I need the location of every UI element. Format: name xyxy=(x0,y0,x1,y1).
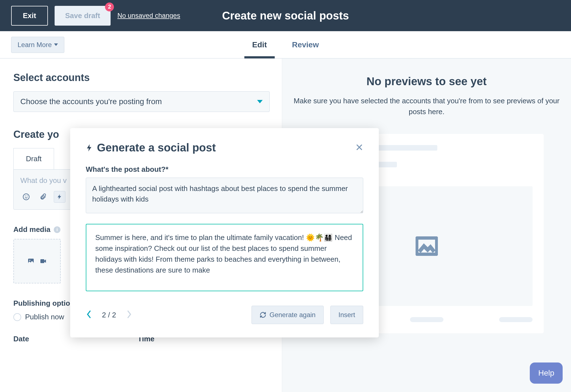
save-draft-badge: 2 xyxy=(105,3,114,11)
save-draft-wrapper: Save draft 2 xyxy=(55,6,111,26)
select-accounts-title: Select accounts xyxy=(13,72,269,84)
svg-point-4 xyxy=(29,260,30,261)
chevron-down-icon xyxy=(54,43,58,46)
svg-point-2 xyxy=(27,196,27,196)
sub-bar: Learn More Edit Review xyxy=(0,31,571,58)
add-media-box[interactable] xyxy=(13,239,61,283)
preview-title: No previews to see yet xyxy=(293,75,560,88)
help-button[interactable]: Help xyxy=(530,362,563,384)
tabs: Edit Review xyxy=(252,31,319,58)
generate-again-label: Generate again xyxy=(270,311,316,319)
modal-prompt-input[interactable] xyxy=(86,178,363,213)
svg-point-1 xyxy=(25,196,25,196)
tab-draft[interactable]: Draft xyxy=(13,148,54,169)
modal-output[interactable]: Summer is here, and it's time to plan th… xyxy=(86,224,363,291)
modal-actions: Generate again Insert xyxy=(252,306,363,324)
paperclip-icon xyxy=(39,193,47,200)
attachment-button[interactable] xyxy=(37,191,49,203)
date-label: Date xyxy=(13,335,29,343)
accounts-select[interactable]: Choose the accounts you're posting from xyxy=(13,91,270,112)
modal-title-wrap: Generate a social post xyxy=(86,141,216,154)
image-icon xyxy=(27,258,35,264)
tab-edit[interactable]: Edit xyxy=(252,31,267,58)
bolt-icon xyxy=(86,144,92,152)
emoji-button[interactable] xyxy=(20,191,32,203)
learn-more-label: Learn More xyxy=(18,41,52,49)
unsaved-changes-link[interactable]: No unsaved changes xyxy=(117,12,180,19)
svg-rect-5 xyxy=(40,259,44,263)
chevron-right-icon xyxy=(126,310,132,319)
modal-header: Generate a social post xyxy=(86,141,363,154)
bolt-icon xyxy=(57,193,63,200)
radio-publish-now[interactable]: Publish now xyxy=(13,313,64,321)
modal-title: Generate a social post xyxy=(97,141,216,154)
save-draft-button[interactable]: Save draft xyxy=(55,6,111,26)
pager-count: 2 / 2 xyxy=(102,311,116,319)
app-header: Exit Save draft 2 No unsaved changes Cre… xyxy=(0,0,571,31)
learn-more-button[interactable]: Learn More xyxy=(11,37,64,53)
header-left: Exit Save draft 2 No unsaved changes xyxy=(11,6,180,26)
modal-footer: 2 / 2 Generate again Insert xyxy=(86,306,363,324)
radio-label: Publish now xyxy=(25,313,64,321)
svg-rect-6 xyxy=(416,238,437,254)
info-icon[interactable]: i xyxy=(54,226,60,233)
accounts-select-placeholder: Choose the accounts you're posting from xyxy=(20,97,162,106)
radio-icon xyxy=(13,313,21,321)
ai-generate-button[interactable] xyxy=(54,191,65,203)
generate-post-modal: Generate a social post What's the post a… xyxy=(70,128,379,337)
pager: 2 / 2 xyxy=(86,310,132,320)
image-icon xyxy=(416,236,438,256)
generate-again-button[interactable]: Generate again xyxy=(252,306,324,324)
chevron-down-icon xyxy=(257,100,263,103)
smile-icon xyxy=(23,193,30,200)
chevron-left-icon xyxy=(86,310,92,319)
insert-button[interactable]: Insert xyxy=(330,306,363,324)
svg-point-0 xyxy=(23,194,29,200)
close-button[interactable] xyxy=(355,142,363,154)
modal-input-label: What's the post about?* xyxy=(86,165,363,174)
preview-subtitle: Make sure you have selected the accounts… xyxy=(293,95,560,117)
exit-button[interactable]: Exit xyxy=(11,6,48,26)
close-icon xyxy=(355,143,363,151)
tab-review[interactable]: Review xyxy=(292,31,319,58)
refresh-icon xyxy=(260,312,266,318)
add-media-label: Add media xyxy=(13,225,50,234)
video-icon xyxy=(39,258,47,264)
pager-next[interactable] xyxy=(126,310,132,320)
pager-prev[interactable] xyxy=(86,310,92,320)
